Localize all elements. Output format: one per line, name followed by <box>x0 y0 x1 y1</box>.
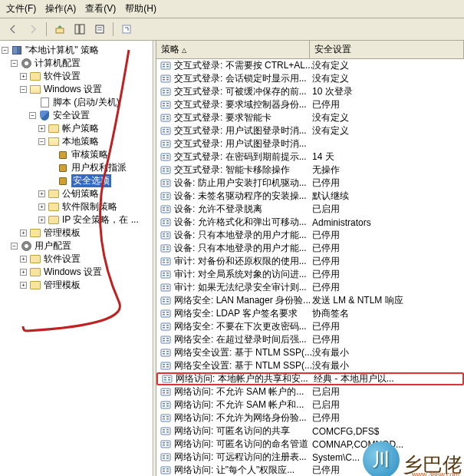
collapse-icon[interactable]: − <box>29 112 36 119</box>
svg-rect-21 <box>166 92 169 94</box>
list-row[interactable]: 审计: 如果无法纪录安全审计则...已停用 <box>156 281 464 294</box>
forward-button[interactable] <box>25 21 41 38</box>
list-row[interactable]: 设备: 允许格式化和弹出可移动...Administrators <box>156 216 464 229</box>
properties-button[interactable] <box>91 21 108 38</box>
list-row[interactable]: 审计: 对备份和还原权限的使用...已停用 <box>156 255 464 268</box>
policy-name: 网络安全: 不要在下次更改密码... <box>174 320 312 333</box>
refresh-button[interactable] <box>118 21 135 38</box>
expand-icon[interactable]: + <box>38 217 45 223</box>
collapse-icon[interactable]: − <box>38 138 45 145</box>
collapse-icon[interactable]: − <box>20 86 27 93</box>
svg-rect-32 <box>161 127 170 134</box>
policy-value: 已启用 <box>312 385 340 398</box>
list-row[interactable]: 设备: 允许不登录脱离已启用 <box>156 203 464 216</box>
svg-rect-153 <box>163 442 165 444</box>
policy-icon <box>160 309 172 319</box>
svg-rect-46 <box>166 157 169 159</box>
svg-rect-120 <box>166 351 169 352</box>
svg-rect-52 <box>161 180 170 187</box>
tree-computer-config[interactable]: −计算机配置 <box>2 57 151 70</box>
list-row[interactable]: 网络访问: 不允许为网络身份验...已停用 <box>156 412 464 425</box>
tree-item[interactable]: +管理模板 <box>2 279 151 292</box>
list-row[interactable]: 网络安全设置: 基于 NTLM SSP(...没有最小 <box>156 346 464 359</box>
tree-root[interactable]: −"本地计算机" 策略 <box>2 44 151 57</box>
show-tree-button[interactable] <box>71 21 88 38</box>
tree-local-policies[interactable]: −本地策略 <box>2 135 151 148</box>
gear-icon <box>20 58 32 69</box>
list-pane[interactable]: 策略 △ 安全设置 交互式登录: 不需要按 CTRL+AL...没有定义交互式登… <box>156 41 464 476</box>
collapse-icon[interactable]: − <box>11 60 18 67</box>
up-button[interactable] <box>51 21 68 38</box>
policy-value: 协商签名 <box>312 307 349 320</box>
expand-icon[interactable]: + <box>20 269 27 276</box>
policy-icon <box>160 113 172 124</box>
list-row[interactable]: 交互式登录: 用户试图登录时消... <box>156 137 464 150</box>
list-row[interactable]: 网络安全: 在超过登录时间后强...已停用 <box>156 333 464 346</box>
list-row[interactable]: 网络安全设置: 基于 NTLM SSP(...没有最小 <box>156 359 464 372</box>
list-row[interactable]: 网络安全: LAN Manager 身份验...发送 LM & NTLM 响应 <box>156 294 464 307</box>
svg-rect-121 <box>166 353 169 355</box>
tree-security-options[interactable]: 安全选项 <box>2 174 151 187</box>
tree-item[interactable]: 脚本 (启动/关机) <box>2 96 151 109</box>
list-row[interactable]: 网络访问: 不允许 SAM 帐户的...已启用 <box>156 385 464 398</box>
back-button[interactable] <box>5 21 21 38</box>
menu-help[interactable]: 帮助(H) <box>125 2 156 15</box>
menu-file[interactable]: 文件(F) <box>6 2 36 15</box>
expand-icon[interactable]: + <box>20 230 27 236</box>
expand-icon[interactable]: + <box>38 190 45 197</box>
menu-action[interactable]: 操作(A) <box>45 2 76 15</box>
list-row[interactable]: 交互式登录: 可被缓冲保存的前...10 次登录 <box>156 85 464 98</box>
list-row[interactable]: 网络访问: 可匿名访问的共享COMCFG,DFS$ <box>156 425 464 438</box>
tree-pane[interactable]: −"本地计算机" 策略 −计算机配置 +软件设置 −Windows 设置 脚本 … <box>0 41 153 476</box>
tree-item[interactable]: +软件设置 <box>2 70 151 83</box>
list-row[interactable]: 交互式登录: 用户试图登录时消...没有定义 <box>156 124 464 137</box>
svg-rect-150 <box>166 429 169 431</box>
column-setting[interactable]: 安全设置 <box>310 41 464 58</box>
tree-item[interactable]: +软件限制策略 <box>2 200 151 213</box>
expand-icon[interactable]: + <box>20 256 27 263</box>
svg-rect-109 <box>163 327 165 329</box>
list-row[interactable]: 交互式登录: 智能卡移除操作无操作 <box>156 164 464 177</box>
tree-user-config[interactable]: −用户配置 <box>2 240 151 253</box>
expand-icon[interactable]: + <box>20 73 27 80</box>
tree-item[interactable]: 用户权利指派 <box>2 161 151 174</box>
collapse-icon[interactable]: − <box>2 47 8 54</box>
folder-icon <box>29 84 41 95</box>
svg-rect-77 <box>161 245 170 252</box>
expand-icon[interactable]: + <box>20 282 27 289</box>
list-row[interactable]: 交互式登录: 会话锁定时显示用...没有定义 <box>156 72 464 85</box>
expand-icon[interactable]: + <box>38 125 45 132</box>
tree-item[interactable]: +帐户策略 <box>2 122 151 135</box>
collapse-icon[interactable]: − <box>11 243 18 250</box>
list-row[interactable]: 交互式登录: 要求智能卡没有定义 <box>156 111 464 124</box>
list-row[interactable]: 网络安全: LDAP 客户签名要求协商签名 <box>156 307 464 320</box>
list-row[interactable]: 交互式登录: 要求域控制器身份...已停用 <box>156 98 464 111</box>
tree-item[interactable]: 审核策略 <box>2 148 151 161</box>
list-row[interactable]: 设备: 只有本地登录的用户才能...已停用 <box>156 242 464 255</box>
menu-view[interactable]: 查看(V) <box>85 2 116 15</box>
list-row[interactable]: 交互式登录: 在密码到期前提示...14 天 <box>156 150 464 164</box>
column-policy[interactable]: 策略 △ <box>156 41 310 58</box>
list-row[interactable]: 网络访问: 本地帐户的共享和安...经典 - 本地用户以... <box>156 372 464 385</box>
list-row[interactable]: 设备: 防止用户安装打印机驱动...已停用 <box>156 177 464 190</box>
policy-icon <box>160 256 172 267</box>
tree-item[interactable]: +管理模板 <box>2 226 151 240</box>
policy-icon <box>160 243 172 254</box>
tree-security-settings[interactable]: −安全设置 <box>2 109 151 122</box>
tree-item[interactable]: +IP 安全策略，在 ... <box>2 213 151 226</box>
list-row[interactable]: 设备: 未签名驱动程序的安装操...默认继续 <box>156 190 464 203</box>
list-row[interactable]: 审计: 对全局系统对象的访问进...已停用 <box>156 268 464 281</box>
tree-item[interactable]: −Windows 设置 <box>2 83 151 96</box>
list-row[interactable]: 设备: 只有本地登录的用户才能...已停用 <box>156 229 464 242</box>
svg-rect-16 <box>166 79 169 81</box>
svg-rect-24 <box>163 105 165 107</box>
list-row[interactable]: 交互式登录: 不需要按 CTRL+AL...没有定义 <box>156 59 464 72</box>
list-row[interactable]: 网络访问: 不允许 SAM 帐户和...已启用 <box>156 398 464 412</box>
expand-icon[interactable]: + <box>38 203 45 210</box>
policy-name: 网络安全: 在超过登录时间后强... <box>174 333 312 346</box>
tree-item[interactable]: +Windows 设置 <box>2 266 151 279</box>
tree-item[interactable]: +软件设置 <box>2 253 151 266</box>
list-row[interactable]: 网络安全: 不要在下次更改密码...已停用 <box>156 320 464 333</box>
folder-icon <box>48 202 60 213</box>
tree-item[interactable]: +公钥策略 <box>2 187 151 200</box>
